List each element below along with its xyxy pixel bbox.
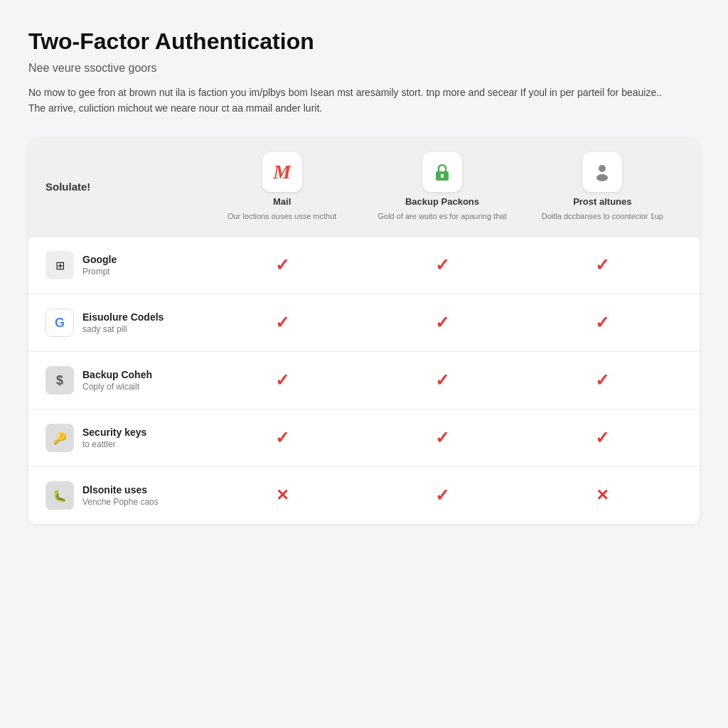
dlsonite-check-backup: ✓ bbox=[362, 486, 522, 505]
checkmark-icon: ✓ bbox=[595, 313, 609, 333]
eisuolure-text: Eisuolure Codels sady sat pill bbox=[82, 311, 164, 334]
eisuolure-check-prost: ✓ bbox=[523, 313, 682, 333]
comparison-table: Solulate! M Mail Our loctions ouses usse… bbox=[28, 138, 700, 524]
table-header-row: Solulate! M Mail Our loctions ouses usse… bbox=[28, 138, 700, 237]
checkmark-icon: ✓ bbox=[595, 428, 609, 448]
col-mail-sub: Our loctions ouses usse mcthut bbox=[228, 211, 336, 222]
dlsonite-sub: Venche Pophe caos bbox=[82, 497, 159, 507]
checkmark-icon: ✓ bbox=[435, 370, 449, 390]
row-label-google-prompt: ⊞ Google Prompt bbox=[46, 251, 202, 279]
checkmark-icon: ✓ bbox=[275, 428, 289, 448]
table-row: 🐛 Dlsonite uses Venche Pophe caos ✕ ✓ ✕ bbox=[28, 467, 700, 524]
col-header-prost: Prost altunes Doitla dccbanses to coonte… bbox=[523, 152, 682, 222]
eisuolure-check-backup: ✓ bbox=[362, 313, 522, 333]
checkmark-icon: ✓ bbox=[595, 370, 609, 390]
person-icon bbox=[592, 162, 612, 182]
dlsonite-name: Dlsonite uses bbox=[82, 484, 159, 496]
security-keys-check-prost: ✓ bbox=[523, 428, 682, 448]
page-subtitle: Nee veure ssoctive goors bbox=[28, 62, 700, 75]
col-backup-sub: Gold of are wuito es for apauring that bbox=[378, 211, 506, 222]
table-row: ⊞ Google Prompt ✓ ✓ ✓ bbox=[28, 237, 700, 294]
checkmark-icon: ✓ bbox=[275, 370, 289, 390]
svg-point-3 bbox=[596, 174, 608, 181]
backup-coheh-check-backup: ✓ bbox=[362, 370, 522, 390]
page-title: Two-Factor Authentication bbox=[28, 28, 700, 55]
checkmark-icon: ✓ bbox=[275, 313, 289, 333]
security-keys-sub: to eattler bbox=[82, 439, 146, 449]
col-backup-name: Backup Packons bbox=[405, 196, 479, 207]
mail-icon-box: M bbox=[262, 152, 302, 192]
checkmark-icon: ✓ bbox=[595, 255, 609, 275]
checkmark-icon: ✓ bbox=[435, 255, 449, 275]
google-prompt-check-backup: ✓ bbox=[362, 255, 522, 275]
row-label-backup-coheh: $ Backup Coheh Coply of wlcailt bbox=[46, 366, 202, 395]
google-prompt-check-mail: ✓ bbox=[202, 255, 362, 275]
bug-icon: 🐛 bbox=[46, 481, 74, 510]
google-prompt-sub: Prompt bbox=[82, 267, 117, 277]
key-icon: 🔑 bbox=[46, 424, 74, 452]
table-row: G Eisuolure Codels sady sat pill ✓ ✓ ✓ bbox=[28, 294, 700, 352]
eisuolure-check-mail: ✓ bbox=[202, 313, 362, 333]
google-prompt-text: Google Prompt bbox=[82, 254, 117, 277]
prost-icon-box bbox=[582, 152, 622, 192]
backup-coheh-check-mail: ✓ bbox=[202, 370, 362, 390]
table-row: $ Backup Coheh Coply of wlcailt ✓ ✓ ✓ bbox=[28, 352, 700, 410]
checkmark-icon: ✓ bbox=[435, 428, 449, 448]
eisuolure-name: Eisuolure Codels bbox=[82, 311, 164, 323]
lock-icon bbox=[432, 162, 452, 182]
col-mail-name: Mail bbox=[273, 196, 291, 207]
dlsonite-text: Dlsonite uses Venche Pophe caos bbox=[82, 484, 159, 507]
row-label-eisuolure: G Eisuolure Codels sady sat pill bbox=[46, 309, 202, 337]
checkmark-icon: ✓ bbox=[275, 255, 289, 275]
backup-coheh-text: Backup Coheh Coply of wlcailt bbox=[82, 369, 152, 392]
row-label-dlsonite: 🐛 Dlsonite uses Venche Pophe caos bbox=[46, 481, 202, 510]
cross-icon: ✕ bbox=[276, 486, 289, 505]
google-prompt-icon: ⊞ bbox=[46, 251, 74, 279]
row-label-security-keys: 🔑 Security keys to eattler bbox=[46, 424, 202, 452]
col-header-mail: M Mail Our loctions ouses usse mcthut bbox=[202, 152, 362, 222]
google-prompt-name: Google bbox=[82, 254, 117, 265]
backup-icon-box bbox=[422, 152, 462, 192]
dlsonite-check-mail: ✕ bbox=[202, 486, 362, 505]
google-prompt-check-prost: ✓ bbox=[523, 255, 682, 275]
backup-coheh-name: Backup Coheh bbox=[82, 369, 152, 380]
google-g-icon: G bbox=[46, 309, 74, 337]
gmail-icon: M bbox=[273, 161, 291, 183]
security-keys-check-backup: ✓ bbox=[362, 428, 522, 448]
backup-coheh-check-prost: ✓ bbox=[523, 370, 682, 390]
header-label: Solulate! bbox=[46, 181, 202, 193]
cross-icon: ✕ bbox=[596, 486, 609, 505]
svg-rect-1 bbox=[441, 174, 444, 178]
col-prost-sub: Doitla dccbanses to coontecior 1up bbox=[542, 211, 663, 222]
security-keys-check-mail: ✓ bbox=[202, 428, 362, 448]
dlsonite-check-prost: ✕ bbox=[523, 486, 682, 505]
col-header-backup: Backup Packons Gold of are wuito es for … bbox=[362, 152, 522, 222]
checkmark-icon: ✓ bbox=[435, 486, 449, 505]
checkmark-icon: ✓ bbox=[435, 313, 449, 333]
page-description: No mow to gee fron at brown nut ila is f… bbox=[28, 85, 668, 117]
security-keys-text: Security keys to eattler bbox=[82, 427, 146, 449]
dollar-icon: $ bbox=[46, 366, 74, 395]
col-prost-name: Prost altunes bbox=[573, 196, 631, 207]
table-row: 🔑 Security keys to eattler ✓ ✓ ✓ bbox=[28, 410, 700, 467]
backup-coheh-sub: Coply of wlcailt bbox=[82, 382, 152, 392]
security-keys-name: Security keys bbox=[82, 427, 146, 438]
eisuolure-sub: sady sat pill bbox=[82, 324, 164, 334]
svg-point-2 bbox=[599, 165, 606, 172]
